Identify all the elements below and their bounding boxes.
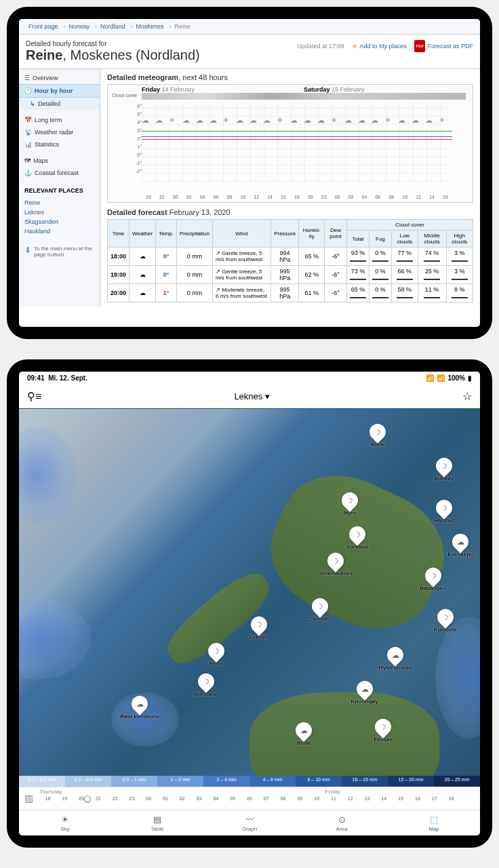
forecast-title: Detailed forecast February 13, 2020 <box>107 208 473 216</box>
nav-table[interactable]: ▤Table <box>111 810 203 835</box>
page-subtitle: Detailed hourly forecast for <box>26 40 200 47</box>
rain-cloud <box>19 598 91 679</box>
sky-icon: ☀ <box>61 814 69 825</box>
cloud-strip <box>142 93 466 100</box>
rain-cloud <box>435 616 480 738</box>
city-marker[interactable]: ☽Harstad <box>434 500 454 524</box>
tablet-2-screen: 09:41 Mi. 12. Sept. 📶 📶 100% ▮ ⚲≡ Leknes… <box>19 372 480 835</box>
sidebar-hour-by-hour[interactable]: 🕐 Hour by hour <box>19 84 100 98</box>
city-marker[interactable]: ☽Svolvær <box>309 598 331 622</box>
city-marker[interactable]: ☁Myklebostad <box>378 647 411 671</box>
breadcrumb: Front page Norway Nordland Moskenes Rein… <box>19 19 480 35</box>
place-link[interactable]: Skagsanden <box>19 217 100 226</box>
breadcrumb-item[interactable]: Nordland <box>95 22 131 31</box>
sidebar: ☰ Overview 🕐 Hour by hour ↳ Detailed 📅 L… <box>19 69 100 307</box>
temp-axis: 6°5°4°3°2°1°0°-1°-2° <box>128 104 142 182</box>
landmass <box>252 455 462 650</box>
weather-icons-row: ☁☁☀☁☁☁☀☁☁☁☀☁☁☁☀☁☁☁☀☁☁☁☀ <box>142 116 452 125</box>
city-marker[interactable]: ☽Myre <box>342 492 358 516</box>
meteogram-plot-area: ☁☁☀☁☁☁☀☁☁☁☀☁☁☁☀☁☁☁☀☁☁☁☀ <box>142 104 452 182</box>
sidebar-statistics[interactable]: 📊 Statistics <box>19 138 100 151</box>
arrow-down-icon: ⬇ <box>24 245 31 258</box>
temp-line <box>142 139 452 140</box>
breadcrumb-current: Reine <box>169 22 197 31</box>
menu-search-icon[interactable]: ⚲≡ <box>27 390 41 403</box>
nav-area[interactable]: ⊙Area <box>296 810 388 835</box>
meteogram-title: Detailed meteogram, next 48 hours <box>107 73 473 81</box>
area-icon: ⊙ <box>338 814 346 825</box>
sidebar-maps[interactable]: 🗺 Maps <box>19 155 100 167</box>
breadcrumb-item[interactable]: Moskenes <box>131 22 169 31</box>
city-marker[interactable]: ☽Stokmarknes <box>319 553 353 576</box>
status-date: Mi. 12. Sept. <box>48 374 87 382</box>
sidebar-long-term[interactable]: 📅 Long term <box>19 114 100 126</box>
meteogram-chart: Cloud cover Friday 14 February Saturday … <box>107 84 473 203</box>
tablet-1-frame: Front page Norway Nordland Moskenes Rein… <box>7 7 492 339</box>
page-header: Detailed hourly forecast for Reine, Mosk… <box>19 35 480 68</box>
forecast-table: TimeWeatherTemp.PrecipitationWindPressur… <box>107 219 473 302</box>
status-time: 09:41 <box>27 374 45 382</box>
graph-icon: 〰 <box>245 814 254 825</box>
nav-graph[interactable]: 〰Graph <box>203 810 296 835</box>
table-icon: ▤ <box>153 814 161 825</box>
tablet-2-frame: 09:41 Mi. 12. Sept. 📶 📶 100% ▮ ⚲≡ Leknes… <box>7 359 492 848</box>
city-marker[interactable]: ☽Ballangen <box>420 568 446 591</box>
weather-map[interactable]: ☽Bleik☽Bjarkøy☽Myre☽Harstad☽Sortland☁Eve… <box>19 409 480 787</box>
favorite-star-icon[interactable]: ☆ <box>462 390 472 403</box>
bottom-nav: ☀Sky▤Table〰Graph⊙Area⬚Map <box>19 810 480 835</box>
main-content: Detailed meteogram, next 48 hours Cloud … <box>100 69 480 307</box>
layers-icon[interactable]: ▥ <box>24 793 33 804</box>
city-marker[interactable]: ☽Nordland <box>194 673 218 697</box>
sidebar-overview[interactable]: ☰ Overview <box>19 72 100 84</box>
city-marker[interactable]: ☁Bodø <box>296 722 312 746</box>
landmass <box>250 692 439 787</box>
tablet-1-screen: Front page Norway Nordland Moskenes Rein… <box>19 19 480 327</box>
timeline[interactable]: ▥ Thursday Friday 1819202122230001020304… <box>19 787 480 810</box>
nav-map[interactable]: ⬚Map <box>388 810 480 835</box>
nav-sky[interactable]: ☀Sky <box>19 810 111 835</box>
place-link[interactable]: Haukland <box>19 226 100 236</box>
sidebar-detailed[interactable]: ↳ Detailed <box>19 98 100 110</box>
sidebar-radar[interactable]: 📡 Weather radar <box>19 126 100 138</box>
place-link[interactable]: Reine <box>19 198 100 208</box>
relevant-places-heading: RELEVANT PLACES <box>19 183 100 198</box>
map-icon: ⬚ <box>430 814 438 825</box>
rain-cloud <box>19 428 77 523</box>
city-marker[interactable]: ☽Leknes <box>250 616 268 640</box>
table-row: 19:00☁0°0 mm↗ Gentle breeze, 5 m/s from … <box>108 266 473 284</box>
star-icon: ★ <box>352 43 357 50</box>
city-marker[interactable]: ☁Evenskjer <box>447 534 473 557</box>
city-marker[interactable]: ☽Bjarkøy <box>434 458 454 481</box>
place-link[interactable]: Leknes <box>19 208 100 217</box>
city-marker[interactable]: ☁Røst kommune <box>121 696 160 719</box>
breadcrumb-item[interactable]: Front page <box>23 22 64 31</box>
chevron-down-icon: ▾ <box>265 391 270 401</box>
timeline-slider-handle[interactable] <box>84 795 91 802</box>
signal-icon: 📶 <box>426 374 434 382</box>
city-marker[interactable]: ☁Kjerringøy <box>351 681 378 705</box>
cloud-cover-label: Cloud cover <box>112 93 137 98</box>
precipitation-legend: 0.1 – 0.2 mm0.2 – 0.5 mm0.5 – 1 mm1 – 2 … <box>19 776 480 787</box>
add-to-places-link[interactable]: ★Add to My places <box>352 43 406 50</box>
city-marker[interactable]: ☽Reine <box>208 643 224 667</box>
pdf-link[interactable]: PDFForecast as PDF <box>414 40 473 52</box>
pdf-icon: PDF <box>414 40 425 52</box>
meteogram-days: Friday 14 February Saturday 15 February <box>142 86 466 93</box>
meteogram-hours: 2022000204060810121416182022000204060810… <box>142 195 452 199</box>
city-marker[interactable]: ☽Bleik <box>370 424 386 448</box>
updated-time: Updated at 17:09 <box>297 43 344 50</box>
city-marker[interactable]: ☽Sortland <box>346 526 368 550</box>
wifi-icon: 📶 <box>437 374 445 382</box>
table-row: 20:00☁1°0 mm↗ Moderate breeze, 6 m/s fro… <box>108 284 473 302</box>
app-header: ⚲≡ Leknes ▾ ☆ <box>19 384 480 408</box>
city-marker[interactable]: ☽Kjøpsvik <box>434 609 456 633</box>
dewpoint-line <box>142 136 452 137</box>
pressure-line <box>142 131 452 132</box>
breadcrumb-item[interactable]: Norway <box>64 22 96 31</box>
sidebar-coastal[interactable]: ⚓ Coastal forecast <box>19 167 100 179</box>
city-marker[interactable]: ☽Fauske <box>374 719 393 743</box>
battery-percent: 100% <box>447 374 465 382</box>
location-title[interactable]: Leknes ▾ <box>41 391 462 401</box>
sidebar-tip[interactable]: ⬇To the main menu at the page bottom <box>19 241 100 262</box>
timeline-days: Thursday Friday <box>19 787 480 796</box>
